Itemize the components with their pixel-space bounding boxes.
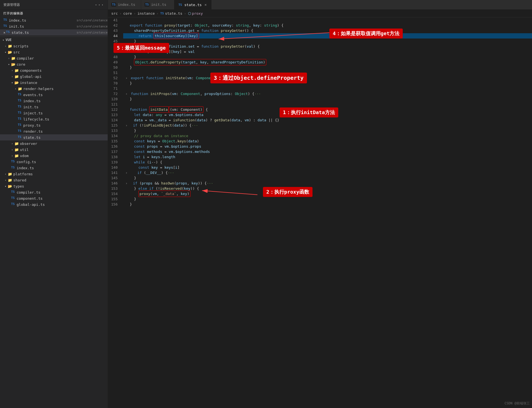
ln-145: 145: [108, 175, 120, 181]
ln-70: 70: [108, 81, 120, 86]
ln-45: 45: [108, 39, 120, 44]
chevron-right-icon-rh: ›: [13, 86, 18, 91]
ln-133: 133: [108, 128, 120, 133]
tree-instance[interactable]: ▾ 📂 instance: [0, 79, 108, 86]
sidebar-header: 资源管理器 ···: [0, 0, 108, 10]
tree-global-api[interactable]: › 📁 global-api: [0, 73, 108, 79]
tree-compiler-ts[interactable]: TS compiler.ts: [0, 189, 108, 195]
ts-icon: TS: [3, 18, 8, 22]
chevron-right-icon-util: ›: [10, 147, 14, 152]
folder-icon-gapi: 📁: [14, 75, 19, 79]
tree-events[interactable]: TS events.ts: [0, 92, 108, 98]
ts-icon-init: TS: [18, 105, 22, 109]
folder-icon-plat: 📁: [8, 172, 12, 176]
tree-label-init: init.ts: [23, 105, 38, 109]
open-file-state[interactable]: × TS state.ts src\core\instance: [0, 29, 108, 35]
chevron-down-icon-core: ▾: [7, 62, 11, 66]
code-line-136: const props = vm.$options.props: [123, 144, 532, 149]
open-file-name-index: index.ts: [9, 18, 75, 22]
line-numbers: 41 42 43 44 45 46 47 48 49 50 51 52 70 7…: [108, 17, 123, 408]
ln-123: 123: [108, 112, 120, 117]
tree-compiler[interactable]: › 📁 compiler: [0, 55, 108, 61]
code-line-47: this[sourceKey][key] = val: [123, 49, 532, 54]
tree-shared[interactable]: › 📁 shared: [0, 177, 108, 183]
code-line-146: › if (props && hasOwn(props, key)) {···: [123, 181, 532, 186]
code-line-51: [123, 70, 532, 75]
tree-root-label: VUE: [6, 38, 12, 42]
tree-label-component-ts: component.ts: [17, 196, 43, 201]
tree-init[interactable]: TS init.ts: [0, 104, 108, 110]
open-file-index[interactable]: TS index.ts src\core\instance: [0, 17, 108, 23]
folder-icon-shared: 📁: [8, 178, 12, 182]
tree-render-helpers[interactable]: › 📁 render-helpers: [0, 86, 108, 92]
code-line-137: const methods = vm.$options.methods: [123, 149, 532, 154]
tree-root-vue[interactable]: ▾ VUE: [0, 37, 108, 43]
code-line-140: const key = keys[i]: [123, 165, 532, 170]
tab-index[interactable]: TS index.ts: [108, 0, 141, 9]
ts-icon-state: TS: [18, 135, 22, 140]
chevron-right-icon-shared: ›: [3, 178, 8, 182]
tree-scripts[interactable]: › 📁 scripts: [0, 43, 108, 49]
tree-label-events: events.ts: [23, 93, 43, 97]
ln-52: 52: [108, 75, 120, 81]
ln-155: 155: [108, 196, 120, 202]
ln-48: 48: [108, 54, 120, 60]
tree-config[interactable]: TS config.ts: [0, 159, 108, 165]
tree-inject[interactable]: TS inject.ts: [0, 110, 108, 116]
tab-state[interactable]: TS state.ts ×: [174, 0, 211, 9]
tab-init[interactable]: TS init.ts: [141, 0, 174, 9]
ts-icon-3: TS: [6, 30, 11, 35]
chevron-right-icon-gapi: ›: [10, 74, 14, 79]
ln-49: 49: [108, 60, 120, 65]
close-icon[interactable]: ×: [3, 30, 6, 35]
code-line-42: export function proxy(target: Object, so…: [123, 23, 532, 28]
tree-component-ts[interactable]: TS component.ts: [0, 195, 108, 201]
tree-label-core: core: [17, 62, 25, 66]
ln-138: 138: [108, 154, 120, 160]
open-editors-title[interactable]: 打开的编辑器: [0, 10, 108, 17]
open-file-init[interactable]: TS init.ts src\core\instance: [0, 23, 108, 29]
ln-121: 121: [108, 102, 120, 107]
tree-util[interactable]: › 📁 util: [0, 147, 108, 153]
tree-state[interactable]: TS state.ts: [0, 134, 108, 140]
chevron-right-icon-obs: ›: [10, 141, 14, 146]
tree-index-core[interactable]: TS index.ts: [0, 165, 108, 171]
breadcrumb-src: src: [111, 11, 118, 16]
tree-proxy[interactable]: TS proxy.ts: [0, 122, 108, 128]
tree-platforms[interactable]: › 📁 platforms: [0, 171, 108, 177]
ts-icon-gapi-ts: TS: [11, 202, 16, 207]
tree-observer[interactable]: › 📁 observer: [0, 140, 108, 147]
ln-51: 51: [108, 70, 120, 75]
tab-close-state[interactable]: ×: [203, 2, 208, 7]
tree-vdom[interactable]: › 📁 vdom: [0, 153, 108, 159]
tree-types[interactable]: ▾ 📂 types: [0, 183, 108, 189]
breadcrumb-sep-2: ›: [134, 11, 136, 16]
sidebar: 资源管理器 ··· 打开的编辑器 TS index.ts src\core\in…: [0, 0, 108, 408]
tree-global-api-ts[interactable]: TS global-api.ts: [0, 201, 108, 207]
tree-components[interactable]: › 📁 components: [0, 67, 108, 73]
tree-core[interactable]: ▾ 📂 core: [0, 61, 108, 67]
tree-render[interactable]: TS render.ts: [0, 128, 108, 134]
ln-154: 154: [108, 191, 120, 196]
code-line-133: }: [123, 128, 532, 133]
code-line-44: return this[sourceKey][key]: [123, 33, 532, 39]
chevron-right-icon-comp: ›: [10, 68, 14, 73]
ln-140: 140: [108, 165, 120, 170]
tab-label-init: init.ts: [151, 2, 166, 7]
ln-135: 135: [108, 138, 120, 144]
tab-ts-icon-init: TS: [144, 2, 149, 7]
ln-72: 72: [108, 91, 120, 96]
chevron-down-icon-src: ▾: [3, 50, 8, 54]
tree-label-instance: instance: [20, 81, 37, 85]
code-line-141: › if (__DEV__) {···: [123, 170, 532, 175]
tree-label-render-helpers: render-helpers: [23, 87, 54, 91]
chevron-right-icon-plat: ›: [3, 172, 8, 176]
ln-153: 153: [108, 186, 120, 191]
sidebar-menu-dots[interactable]: ···: [95, 2, 104, 7]
tree-label-proxy: proxy.ts: [23, 123, 41, 127]
folder-icon-vdom: 📁: [14, 154, 19, 158]
code-editor[interactable]: 41 42 43 44 45 46 47 48 49 50 51 52 70 7…: [108, 17, 532, 408]
tree-index-inst[interactable]: TS index.ts: [0, 98, 108, 104]
tree-src[interactable]: ▾ 📂 src: [0, 49, 108, 55]
tree-lifecycle[interactable]: TS lifecycle.ts: [0, 116, 108, 122]
